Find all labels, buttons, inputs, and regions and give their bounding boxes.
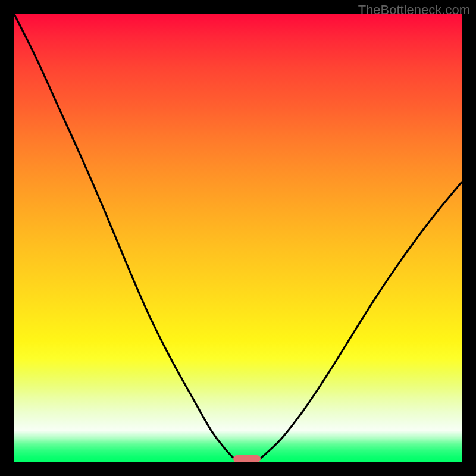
bottom-marker <box>233 455 260 462</box>
curve-layer <box>14 14 462 462</box>
watermark-text: TheBottleneck.com <box>358 2 470 18</box>
chart-container: TheBottleneck.com <box>0 0 476 476</box>
right-curve <box>258 182 462 461</box>
plot-area <box>14 14 462 462</box>
left-curve <box>14 14 236 461</box>
